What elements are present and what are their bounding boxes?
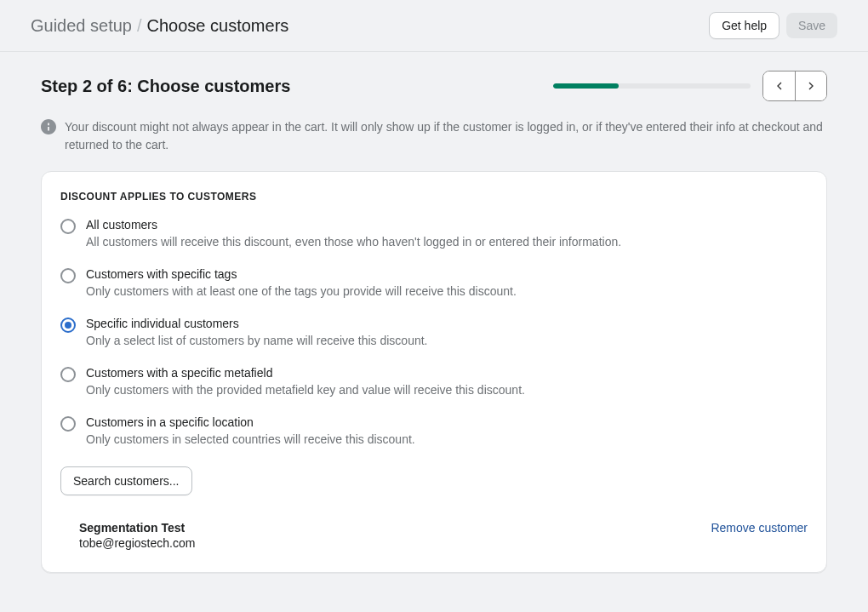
step-right	[553, 71, 827, 101]
radio-circle[interactable]	[60, 219, 76, 234]
radio-label: Specific individual customers	[86, 317, 428, 330]
chevron-right-icon	[804, 79, 818, 93]
get-help-button[interactable]: Get help	[709, 12, 779, 39]
radio-list: All customersAll customers will receive …	[60, 218, 808, 446]
radio-circle[interactable]	[60, 317, 76, 333]
radio-description: All customers will receive this discount…	[86, 235, 621, 249]
radio-description: Only customers with at least one of the …	[86, 284, 517, 298]
radio-option[interactable]: All customersAll customers will receive …	[60, 218, 808, 249]
breadcrumb: Guided setup / Choose customers	[31, 16, 288, 36]
content-area: Step 2 of 6: Choose customers Your disco…	[0, 52, 868, 607]
radio-option[interactable]: Customers with specific tagsOnly custome…	[60, 267, 808, 298]
radio-option[interactable]: Customers in a specific locationOnly cus…	[60, 415, 808, 446]
radio-description: Only a select list of customers by name …	[86, 334, 428, 347]
customer-name: Segmentation Test	[79, 521, 195, 535]
progress-fill	[553, 83, 619, 89]
step-nav-group	[762, 71, 827, 101]
customer-email: tobe@regiostech.com	[79, 536, 195, 550]
breadcrumb-separator: /	[137, 16, 142, 36]
radio-text: Customers in a specific locationOnly cus…	[86, 415, 415, 446]
radio-label: Customers with a specific metafield	[86, 366, 525, 380]
step-title: Step 2 of 6: Choose customers	[41, 77, 290, 96]
radio-circle[interactable]	[60, 367, 76, 382]
remove-customer-link[interactable]: Remove customer	[711, 521, 808, 535]
info-banner: Your discount might not always appear in…	[41, 118, 827, 154]
selected-customer-row: Segmentation Test tobe@regiostech.com Re…	[60, 521, 808, 550]
search-customers-button[interactable]: Search customers...	[60, 466, 192, 495]
customers-card: Discount applies to customers All custom…	[41, 171, 827, 573]
chevron-left-icon	[773, 79, 786, 93]
save-button[interactable]: Save	[786, 13, 837, 38]
customer-info: Segmentation Test tobe@regiostech.com	[79, 521, 195, 550]
radio-circle[interactable]	[60, 268, 76, 283]
card-heading: Discount applies to customers	[60, 191, 808, 203]
radio-label: Customers in a specific location	[86, 415, 415, 429]
radio-label: Customers with specific tags	[86, 267, 517, 281]
next-step-button[interactable]	[795, 71, 826, 100]
info-icon	[41, 119, 56, 134]
radio-dot	[65, 322, 71, 329]
breadcrumb-prefix: Guided setup	[31, 16, 132, 36]
radio-circle[interactable]	[60, 416, 76, 432]
prev-step-button[interactable]	[763, 71, 795, 100]
radio-label: All customers	[86, 218, 621, 232]
page-header: Guided setup / Choose customers Get help…	[0, 0, 868, 52]
radio-description: Only customers in selected countries wil…	[86, 432, 415, 446]
radio-text: Customers with specific tagsOnly custome…	[86, 267, 517, 298]
radio-text: All customersAll customers will receive …	[86, 218, 621, 249]
step-row: Step 2 of 6: Choose customers	[41, 71, 827, 101]
progress-bar	[553, 83, 751, 89]
radio-text: Customers with a specific metafieldOnly …	[86, 366, 525, 397]
radio-text: Specific individual customersOnly a sele…	[86, 317, 428, 347]
radio-option[interactable]: Customers with a specific metafieldOnly …	[60, 366, 808, 397]
info-text: Your discount might not always appear in…	[65, 118, 827, 154]
radio-option[interactable]: Specific individual customersOnly a sele…	[60, 317, 808, 347]
header-actions: Get help Save	[709, 12, 837, 39]
breadcrumb-current: Choose customers	[147, 16, 289, 36]
radio-description: Only customers with the provided metafie…	[86, 383, 525, 397]
